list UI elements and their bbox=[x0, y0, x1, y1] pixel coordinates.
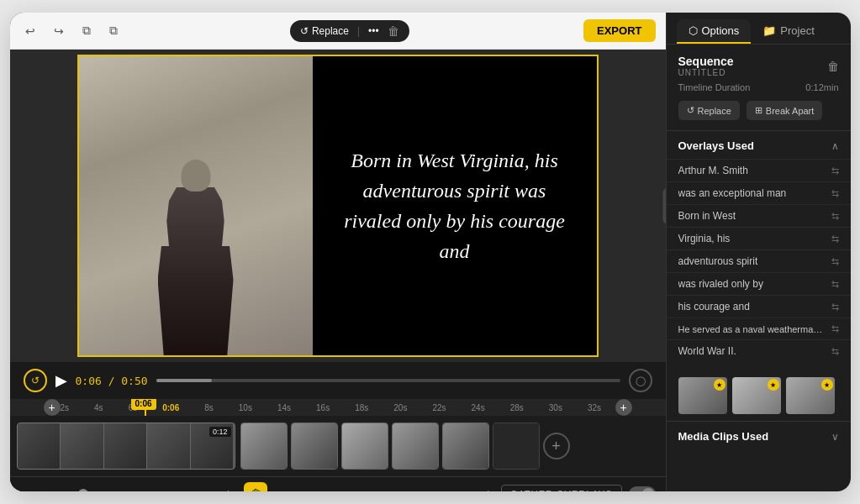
total-time: 0:50 bbox=[121, 375, 147, 387]
media-thumb-1[interactable]: ★ bbox=[678, 377, 727, 414]
more-options-button[interactable]: ••• bbox=[368, 25, 379, 37]
small-clip-2[interactable] bbox=[291, 423, 338, 470]
small-clip-4[interactable] bbox=[392, 423, 439, 470]
undo-button[interactable]: ↩ bbox=[20, 21, 40, 41]
overlay-text-2: Born in West bbox=[678, 210, 826, 222]
overlay-item-7[interactable]: He served as a naval weatherman during ⇆ bbox=[667, 318, 851, 339]
overlay-item-5[interactable]: was rivaled only by ⇆ bbox=[667, 272, 851, 295]
overlays-header[interactable]: Overlays Used ∧ bbox=[667, 131, 851, 159]
overlay-handle-icon-7: ⇆ bbox=[831, 323, 839, 334]
small-clip-3[interactable] bbox=[341, 423, 388, 470]
loop-button[interactable]: ↺ bbox=[24, 369, 47, 392]
duration-label: Timeline Duration bbox=[678, 82, 751, 92]
media-thumb-badge-3: ★ bbox=[821, 379, 833, 391]
overlay-text-5: was rivaled only by bbox=[678, 278, 826, 290]
overlay-text-3: Virginia, his bbox=[678, 233, 826, 244]
overlays-section: Overlays Used ∧ Arthur M. Smith ⇆ was an… bbox=[667, 131, 851, 422]
overlay-item-6[interactable]: his courage and ⇆ bbox=[667, 295, 851, 318]
gather-toggle[interactable] bbox=[629, 486, 656, 492]
replace-label: Replace bbox=[312, 25, 349, 37]
panel-content: Sequence UNTITLED 🗑 Timeline Duration 0:… bbox=[667, 45, 851, 491]
volume-button[interactable]: ◯ bbox=[629, 369, 652, 392]
overlays-chevron-icon: ∧ bbox=[831, 140, 839, 152]
right-timeline-controls: ▶ GATHER OVERLAYS bbox=[373, 485, 656, 492]
sequence-delete-button[interactable]: 🗑 bbox=[827, 60, 839, 73]
zoom-out-button[interactable]: − bbox=[20, 485, 38, 492]
overlay-handle-icon-4: ⇆ bbox=[831, 256, 839, 267]
copy-button[interactable]: ⧉ bbox=[77, 20, 96, 41]
media-clips-title: Media Clips Used bbox=[678, 430, 769, 443]
small-clip-1[interactable] bbox=[240, 423, 288, 470]
zoom-thumb[interactable] bbox=[78, 489, 88, 492]
play-button[interactable]: ▶ bbox=[55, 371, 67, 390]
options-icon: ⬡ bbox=[689, 24, 698, 37]
export-button[interactable]: EXPORT bbox=[583, 19, 655, 42]
overlay-item-3[interactable]: Virginia, his ⇆ bbox=[667, 227, 851, 249]
sequence-replace-button[interactable]: ↺ Replace bbox=[678, 101, 740, 120]
redo-button[interactable]: ↪ bbox=[49, 21, 69, 41]
overlay-item-0[interactable]: Arthur M. Smith ⇆ bbox=[667, 159, 851, 181]
small-clip-5[interactable] bbox=[442, 423, 489, 470]
top-toolbar: ↩ ↪ ⧉ ⧉ ↺ Replace | ••• 🗑 EXPORT bbox=[10, 13, 666, 50]
tab-project-label: Project bbox=[780, 24, 814, 37]
clip-thumb-4 bbox=[147, 423, 191, 469]
media-thumb-3[interactable]: ★ bbox=[786, 377, 835, 414]
delete-clip-button[interactable]: 🗑 bbox=[388, 24, 399, 38]
media-thumb-badge-2: ★ bbox=[768, 379, 779, 391]
sequence-title: Sequence bbox=[678, 55, 734, 68]
media-thumb-badge-1: ★ bbox=[714, 379, 725, 391]
delete-button[interactable]: 🗑 bbox=[244, 482, 267, 492]
progress-bar[interactable] bbox=[156, 379, 620, 382]
overlay-text-8: World War II. bbox=[678, 345, 826, 357]
play-arrow: ▶ bbox=[488, 488, 494, 491]
overlay-item-4[interactable]: adventurous spirit ⇆ bbox=[667, 249, 851, 272]
time-display: 0:06 / 0:50 bbox=[76, 375, 148, 387]
overlay-text-7: He served as a naval weatherman during bbox=[678, 324, 826, 334]
project-icon: 📁 bbox=[762, 24, 776, 37]
sequence-info: Sequence UNTITLED bbox=[678, 55, 734, 77]
overlay-text-1: was an exceptional man bbox=[678, 187, 826, 199]
toolbar-center: ↺ Replace | ••• 🗑 bbox=[131, 20, 569, 42]
help-tab[interactable]: Help bbox=[662, 188, 665, 224]
small-clip-img-3 bbox=[342, 423, 388, 469]
paste-button[interactable]: ⧉ bbox=[104, 20, 123, 41]
sequence-subtitle: UNTITLED bbox=[678, 68, 734, 77]
media-clips-section: Media Clips Used ∨ bbox=[667, 422, 851, 451]
clip-thumbnails bbox=[18, 423, 235, 469]
current-time: 0:06 bbox=[76, 375, 102, 387]
gather-overlays-button[interactable]: GATHER OVERLAYS bbox=[501, 485, 622, 492]
zoom-in-button[interactable]: + bbox=[219, 485, 237, 492]
sequence-header: Sequence UNTITLED 🗑 bbox=[678, 55, 839, 77]
break-apart-button[interactable]: ⊞ Break Apart bbox=[747, 101, 822, 120]
media-clips-header[interactable]: Media Clips Used ∨ bbox=[678, 430, 839, 443]
timeline-playhead: 0:06 bbox=[145, 399, 146, 416]
overlay-item-1[interactable]: was an exceptional man ⇆ bbox=[667, 181, 851, 204]
overlay-handle-icon-3: ⇆ bbox=[831, 234, 839, 244]
replace-button[interactable]: ↺ Replace bbox=[300, 25, 349, 37]
timeline-tracks: 0:12 bbox=[10, 416, 666, 476]
overlay-handle-icon-8: ⇆ bbox=[831, 346, 839, 357]
main-clip[interactable]: 0:12 bbox=[17, 423, 235, 470]
small-clip-6[interactable] bbox=[493, 423, 540, 470]
preview-text-panel: Born in West Virginia, his adventurous s… bbox=[313, 56, 597, 355]
tab-options-label: Options bbox=[702, 24, 740, 37]
tab-options[interactable]: ⬡ Options bbox=[677, 19, 752, 44]
replace-bar: ↺ Replace | ••• 🗑 bbox=[290, 20, 409, 42]
separator: | bbox=[357, 25, 360, 37]
add-at-start-button[interactable]: + bbox=[44, 399, 61, 416]
right-panel: ⬡ Options 📁 Project Sequence UNTITLED 🗑 bbox=[666, 13, 851, 491]
add-at-end-button[interactable]: + bbox=[615, 399, 632, 416]
clip-duration-badge: 0:12 bbox=[209, 427, 231, 437]
overlay-item-2[interactable]: Born in West ⇆ bbox=[667, 204, 851, 227]
add-clip-button[interactable]: + bbox=[543, 433, 570, 459]
replace-seq-label: Replace bbox=[698, 106, 731, 116]
small-clip-img-6 bbox=[493, 423, 539, 469]
break-apart-label: Break Apart bbox=[766, 106, 814, 116]
preview-text: Born in West Virginia, his adventurous s… bbox=[338, 145, 572, 266]
duration-value: 0:12min bbox=[805, 82, 838, 92]
tab-project[interactable]: 📁 Project bbox=[751, 19, 826, 44]
video-preview: Born in West Virginia, his adventurous s… bbox=[10, 50, 666, 362]
overlay-item-8[interactable]: World War II. ⇆ bbox=[667, 339, 851, 362]
sequence-section: Sequence UNTITLED 🗑 Timeline Duration 0:… bbox=[667, 45, 851, 131]
media-thumb-2[interactable]: ★ bbox=[732, 377, 781, 414]
